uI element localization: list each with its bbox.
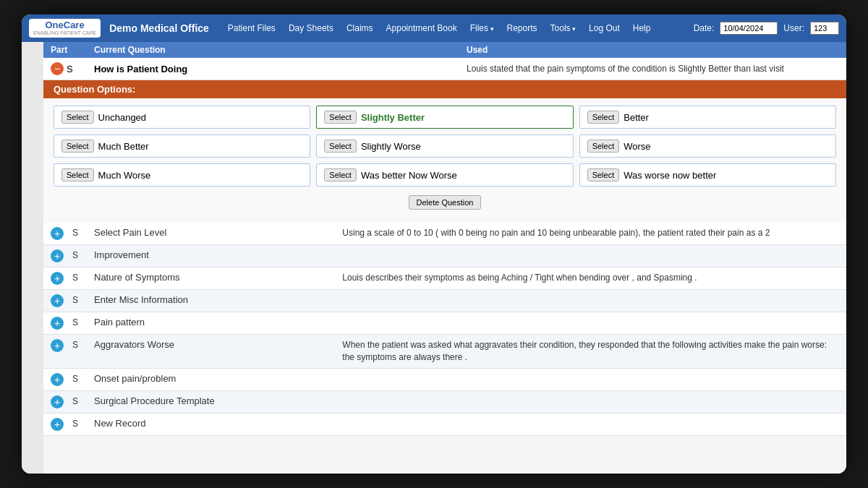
option-unchanged: Select Unchanged (54, 106, 310, 129)
list-item: + S Aggravators Worse When the patient w… (43, 335, 846, 369)
option-slightly-worse: Select Slightly Worse (316, 134, 573, 158)
option-unchanged-label: Unchanged (98, 112, 147, 123)
option-much-better-label: Much Better (98, 141, 149, 152)
expand-item-btn[interactable]: + (51, 294, 64, 307)
list-part: S (72, 249, 94, 260)
current-question-row: − S How is Patient Doing Louis stated th… (43, 58, 846, 80)
options-grid: Select Unchanged Select Slightly Better … (43, 98, 846, 223)
nav-logout[interactable]: Log Out (583, 20, 626, 36)
list-label: Improvement (94, 249, 342, 260)
option-much-better: Select Much Better (54, 134, 310, 158)
option-was-better-now-worse: Select Was better Now Worse (316, 163, 573, 187)
delete-question-button[interactable]: Delete Question (409, 195, 482, 210)
option-slightly-worse-label: Slightly Worse (361, 141, 421, 152)
collapse-button[interactable]: − (51, 62, 64, 75)
question-label: How is Patient Doing (94, 64, 467, 74)
option-was-better-now-worse-label: Was better Now Worse (361, 170, 457, 181)
expand-item-btn[interactable]: + (51, 373, 64, 386)
option-worse-label: Worse (624, 141, 650, 152)
expand-item-btn[interactable]: + (51, 249, 64, 262)
date-label: Date: (694, 23, 715, 33)
delete-btn-row: Delete Question (54, 192, 836, 215)
list-label: Aggravators Worse (94, 339, 342, 350)
table-header: Part Current Question Used (43, 42, 846, 58)
option-slightly-better: Select Slightly Better (316, 106, 573, 129)
list-used: Using a scale of 0 to 10 ( with 0 being … (342, 227, 839, 239)
options-row-3: Select Much Worse Select Was better Now … (54, 163, 836, 187)
select-unchanged-btn[interactable]: Select (61, 111, 94, 124)
col-part: Part (51, 45, 94, 55)
select-much-better-btn[interactable]: Select (61, 140, 94, 153)
nav-claims[interactable]: Claims (341, 20, 379, 36)
list-item: + S Improvement (43, 245, 846, 267)
nav-appointment-book[interactable]: Appointment Book (380, 20, 463, 36)
user-label: User: (783, 23, 804, 33)
option-worse: Select Worse (579, 134, 836, 158)
list-used: When the patient was asked what aggravat… (342, 339, 839, 364)
expand-item-btn[interactable]: + (51, 272, 64, 285)
options-header: Question Options: (43, 80, 846, 98)
user-input[interactable] (810, 22, 839, 35)
expand-item-btn[interactable]: + (51, 227, 64, 240)
list-label: Nature of Symptoms (94, 272, 342, 283)
options-section: Question Options: Select Unchanged Selec… (43, 80, 846, 223)
col-current-question: Current Question (94, 45, 467, 55)
nav-items: Patient Files Day Sheets Claims Appointm… (222, 20, 694, 36)
expand-item-btn[interactable]: + (51, 418, 64, 431)
office-name: Demo Medical Office (109, 22, 209, 34)
list-item: + S Select Pain Level Using a scale of 0… (43, 223, 846, 245)
expand-item-btn[interactable]: + (51, 339, 64, 352)
select-was-worse-now-better-btn[interactable]: Select (587, 168, 620, 181)
select-slightly-better-btn[interactable]: Select (324, 111, 357, 124)
select-slightly-worse-btn[interactable]: Select (324, 140, 357, 153)
list-label: New Record (94, 418, 342, 429)
list-items: + S Select Pain Level Using a scale of 0… (43, 223, 846, 436)
top-navigation: OneCare ENABLING PATIENT CARE Demo Medic… (22, 14, 846, 42)
expand-item-btn[interactable]: + (51, 317, 64, 330)
list-part: S (72, 339, 94, 350)
list-used: Louis describes their symptoms as being … (342, 272, 839, 284)
logo: OneCare ENABLING PATIENT CARE (29, 19, 101, 38)
select-much-worse-btn[interactable]: Select (61, 168, 94, 181)
option-much-worse-label: Much Worse (98, 170, 151, 181)
nav-patient-files[interactable]: Patient Files (222, 20, 281, 36)
nav-tools[interactable]: Tools (545, 20, 582, 36)
select-was-better-now-worse-btn[interactable]: Select (324, 168, 357, 181)
list-label: Surgical Procedure Template (94, 395, 342, 406)
list-label: Pain pattern (94, 317, 342, 328)
list-item: + S Nature of Symptoms Louis describes t… (43, 267, 846, 290)
list-part: S (72, 395, 94, 406)
list-label: Enter Misc Information (94, 294, 342, 305)
option-was-worse-now-better: Select Was worse now better (579, 163, 836, 187)
nav-help[interactable]: Help (627, 20, 657, 36)
select-better-btn[interactable]: Select (587, 111, 620, 124)
select-worse-btn[interactable]: Select (587, 140, 620, 153)
list-part: S (72, 317, 94, 328)
nav-day-sheets[interactable]: Day Sheets (283, 20, 339, 36)
list-item: + S Surgical Procedure Template (43, 391, 846, 414)
list-item: + S Pain pattern (43, 312, 846, 335)
option-better: Select Better (579, 106, 836, 129)
list-part: S (72, 294, 94, 305)
question-used: Louis stated that the pain symptoms of t… (467, 64, 839, 74)
logo-sub: ENABLING PATIENT CARE (33, 30, 96, 36)
list-label: Select Pain Level (94, 227, 342, 238)
left-gutter (22, 42, 43, 474)
logo-main: OneCare (45, 20, 84, 30)
nav-reports[interactable]: Reports (501, 20, 543, 36)
list-part: S (72, 272, 94, 283)
list-part: S (72, 418, 94, 429)
option-much-worse: Select Much Worse (54, 163, 310, 187)
nav-right: Date: User: (694, 22, 839, 35)
question-part: S (67, 64, 73, 74)
options-row-2: Select Much Better Select Slightly Worse… (54, 134, 836, 158)
date-input[interactable] (720, 22, 778, 35)
nav-files[interactable]: Files (464, 20, 500, 36)
option-slightly-better-label: Slightly Better (361, 112, 425, 123)
list-item: + S Enter Misc Information (43, 290, 846, 312)
expand-item-btn[interactable]: + (51, 395, 64, 408)
list-part: S (72, 227, 94, 238)
question-part-col: − S (51, 62, 94, 75)
list-part: S (72, 373, 94, 384)
list-item: + S New Record (43, 414, 846, 436)
